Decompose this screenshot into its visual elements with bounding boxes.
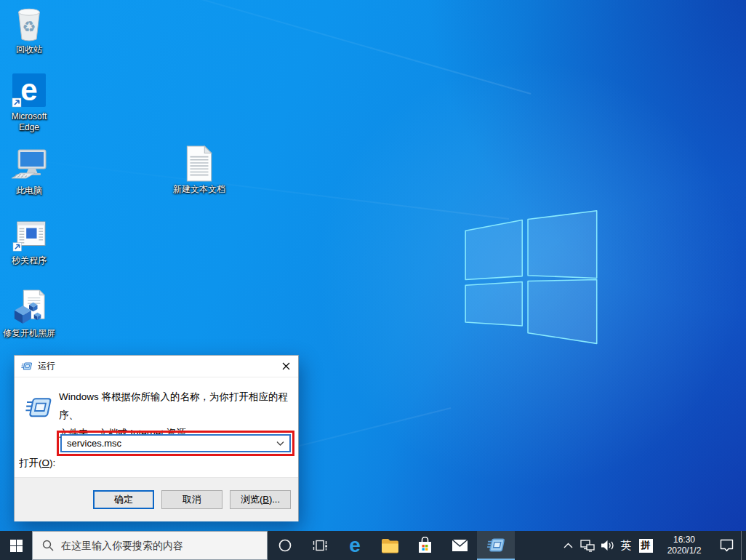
close-icon (282, 362, 290, 370)
desktop-icon-microsoft-edge[interactable]: e Microsoft Edge (0, 73, 58, 133)
shortcut-arrow-badge (12, 98, 21, 107)
text-document-icon (184, 145, 214, 182)
taskbar: e (0, 531, 746, 560)
ime-language-indicator[interactable]: 英 (617, 531, 635, 560)
run-icon (21, 361, 33, 372)
task-view-button[interactable] (302, 531, 337, 560)
desktop-icon-app-shortcut[interactable]: 秒关程序 (0, 221, 58, 266)
store-icon (417, 537, 433, 554)
desktop-icon-label: 回收站 (16, 44, 42, 55)
run-combobox[interactable] (60, 434, 291, 452)
edge-icon: e (12, 73, 47, 109)
shortcut-arrow-badge (13, 243, 21, 251)
desktop-icon-this-pc[interactable]: 此电脑 (0, 149, 58, 196)
start-button[interactable] (0, 531, 32, 560)
run-dialog-body: Windows 将根据你所输入的名称，为你打开相应的程序、 文件夹、文档或 In… (15, 377, 298, 477)
show-desktop-button[interactable] (741, 531, 746, 560)
taskbar-spacer (515, 531, 558, 560)
mail-button[interactable] (442, 531, 477, 560)
edge-icon: e (345, 535, 365, 556)
windows-logo (457, 206, 602, 355)
task-view-icon (312, 538, 328, 553)
run-icon-large (24, 396, 53, 420)
search-input[interactable] (61, 540, 243, 551)
cancel-button[interactable]: 取消 (161, 490, 222, 509)
run-dialog-title: 运行 (38, 360, 55, 372)
tray-expand-button[interactable] (558, 531, 577, 560)
wallpaper-ray (0, 0, 531, 95)
recycle-bin-icon: ♻ (12, 6, 46, 42)
open-label: 打开(O): (19, 450, 57, 476)
desktop-icon-recycle-bin[interactable]: ♻ 回收站 (0, 6, 58, 55)
folder-icon (381, 538, 399, 553)
volume-tray-button[interactable] (598, 531, 617, 560)
run-app-button[interactable] (477, 531, 515, 560)
desktop-icon-label: 修复开机黑屏 (3, 328, 55, 339)
run-dialog: 运行 Windows 将根据你所输入的名称，为你打开相应的程序、 文件夹、文档或 (14, 355, 299, 521)
desktop-icon-label: Microsoft Edge (0, 111, 58, 133)
ok-button[interactable]: 确定 (93, 490, 154, 509)
ime-mode-box: 拼 (639, 539, 653, 553)
action-center-icon (720, 539, 734, 552)
clock-time: 16:30 (673, 535, 695, 545)
desktop-icon-label: 新建文本文档 (173, 184, 225, 195)
registry-file-icon (12, 289, 46, 326)
browse-button[interactable]: 浏览(B)... (230, 490, 291, 509)
run-icon (486, 537, 505, 553)
desktop: ♻ 回收站 e Microsoft Edge 此电脑 (0, 0, 746, 560)
annotation-highlight-box (57, 431, 294, 456)
clock-date: 2020/1/2 (667, 545, 702, 556)
search-icon (42, 540, 54, 551)
mail-icon (452, 539, 468, 552)
file-explorer-button[interactable] (372, 531, 407, 560)
this-pc-icon (10, 149, 48, 183)
desktop-icon-label: 秒关程序 (12, 255, 47, 266)
taskbar-clock[interactable]: 16:30 2020/1/2 (657, 531, 712, 560)
ime-mode-indicator[interactable]: 拼 (635, 531, 657, 560)
wallpaper-ray (4, 156, 509, 220)
desktop-icon-fix-black-screen[interactable]: 修复开机黑屏 (0, 289, 58, 339)
network-icon (580, 540, 595, 552)
edge-taskbar-button[interactable]: e (337, 531, 372, 560)
desktop-icon-label: 此电脑 (16, 185, 42, 196)
cortana-button[interactable] (268, 531, 302, 560)
network-tray-button[interactable] (577, 531, 598, 560)
chevron-down-icon[interactable] (276, 441, 284, 446)
windows-start-icon (10, 540, 23, 552)
desktop-icon-new-text-document[interactable]: 新建文本文档 (170, 145, 228, 195)
svg-text:e: e (349, 535, 361, 556)
run-command-input[interactable] (62, 438, 289, 449)
taskbar-search-box[interactable] (32, 531, 268, 560)
app-window-icon (12, 221, 46, 253)
system-tray: 英 拼 16:30 2020/1/2 (558, 531, 746, 560)
run-dialog-titlebar[interactable]: 运行 (15, 356, 298, 377)
store-button[interactable] (407, 531, 442, 560)
run-dialog-footer: 确定 取消 浏览(B)... (15, 477, 298, 521)
volume-icon (601, 540, 614, 551)
cortana-icon (278, 539, 292, 552)
svg-text:♻: ♻ (23, 18, 36, 35)
svg-text:e: e (20, 73, 37, 107)
chevron-up-icon (563, 543, 573, 548)
close-button[interactable] (273, 356, 298, 377)
action-center-button[interactable] (712, 531, 741, 560)
